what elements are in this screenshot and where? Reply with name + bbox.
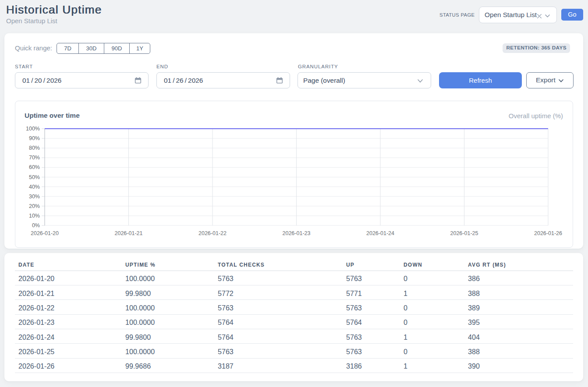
svg-text:60%: 60% <box>29 164 40 170</box>
svg-text:50%: 50% <box>29 174 40 180</box>
svg-text:2026-01-23: 2026-01-23 <box>283 230 311 236</box>
svg-text:0%: 0% <box>32 222 40 229</box>
svg-text:70%: 70% <box>29 155 40 161</box>
svg-text:90%: 90% <box>29 135 40 141</box>
svg-text:2026-01-20: 2026-01-20 <box>31 230 59 236</box>
svg-text:100%: 100% <box>26 126 40 132</box>
svg-text:2026-01-21: 2026-01-21 <box>115 230 143 236</box>
svg-text:80%: 80% <box>29 145 40 151</box>
svg-text:20%: 20% <box>29 203 40 209</box>
svg-text:40%: 40% <box>29 184 40 190</box>
svg-text:2026-01-26: 2026-01-26 <box>534 230 562 236</box>
svg-text:2026-01-24: 2026-01-24 <box>366 230 394 236</box>
svg-text:30%: 30% <box>29 194 40 200</box>
svg-text:2026-01-25: 2026-01-25 <box>450 230 478 236</box>
svg-text:2026-01-22: 2026-01-22 <box>198 230 227 236</box>
svg-text:10%: 10% <box>29 213 40 219</box>
